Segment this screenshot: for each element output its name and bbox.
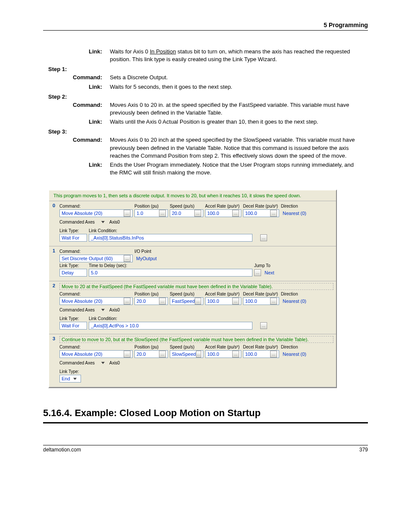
ellipsis-button[interactable]: … (159, 298, 166, 305)
column-header: Direction (281, 292, 311, 296)
jump-to-value[interactable]: Next (263, 269, 276, 277)
ellipsis-button[interactable]: … (159, 351, 166, 358)
desc-label: Link: (43, 83, 110, 91)
field-cell[interactable]: 20.0… (170, 209, 203, 217)
column-header: Link Condition: (89, 228, 218, 233)
column-header: Command: (59, 249, 133, 254)
ellipsis-button[interactable]: … (232, 210, 239, 217)
chevron-down-icon[interactable] (100, 219, 106, 225)
desc-row: Link:Waits until the Axis 0 Actual Posit… (43, 118, 368, 126)
column-header: I/O Point (134, 249, 177, 254)
column-header: Speed (pu/s) (170, 292, 203, 296)
field-cell[interactable]: Wait For (59, 234, 87, 242)
label-link: Link: (43, 48, 110, 63)
field-cell[interactable]: 100.0… (205, 209, 241, 217)
io-point-value[interactable]: MyOutput (134, 255, 159, 262)
chevron-down-icon[interactable] (100, 360, 106, 366)
field-value: 20.0 (137, 352, 146, 357)
desc-row: Command:Moves Axis 0 to 20 in. at the sp… (43, 101, 368, 117)
direction-value[interactable]: Nearest (0) (281, 209, 311, 217)
chevron-down-icon[interactable] (100, 307, 106, 313)
ellipsis-button[interactable]: … (232, 351, 239, 358)
ellipsis-button[interactable]: … (124, 255, 131, 262)
field-cell[interactable]: 100.0… (243, 297, 279, 305)
field-cell[interactable]: SlowSpeed… (170, 350, 203, 358)
chapter-header: 5 Programming (43, 22, 368, 31)
ellipsis-button[interactable]: … (196, 351, 201, 358)
field-cell[interactable]: 100.0… (243, 350, 279, 358)
field-cell[interactable]: 100.0… (243, 209, 279, 217)
ellipsis-button[interactable]: … (159, 210, 166, 217)
ellipsis-button[interactable]: … (194, 210, 201, 217)
step-number: 2 (49, 281, 59, 334)
field-value: 100.0 (207, 299, 219, 304)
field-value: 100.0 (245, 211, 257, 216)
column-header: Accel Rate (pu/s²) (205, 345, 241, 349)
field-value: Move Absolute (20) (62, 211, 103, 216)
ellipsis-button[interactable]: … (270, 298, 277, 305)
field-cell[interactable]: 5.0 (89, 269, 252, 277)
section-heading: 5.16.4. Example: Closed Loop Motion on S… (43, 408, 368, 419)
field-cell[interactable]: Move Absolute (20)… (59, 209, 133, 217)
desc-label: Command: (43, 136, 110, 160)
ellipsis-button[interactable]: … (124, 351, 131, 358)
field-value: 100.0 (207, 352, 219, 357)
footer-page: 379 (359, 447, 368, 453)
step-body: Command:Position (pu)Speed (pu/s)Accel R… (59, 201, 336, 246)
desc-label: Link: (43, 161, 110, 177)
field-cell[interactable]: 100.0… (205, 297, 241, 305)
field-cell[interactable]: Wait For (59, 322, 87, 330)
chevron-down-icon[interactable] (72, 376, 78, 382)
axis-name: Axis0 (109, 308, 120, 312)
step-title: Step 3: (48, 128, 368, 135)
column-header: Jump To (254, 263, 289, 268)
ellipsis-button[interactable]: … (124, 210, 131, 217)
column-header: Link Type: (59, 316, 87, 321)
step-body: Command:I/O PointSet Discrete Output (60… (59, 246, 336, 281)
field-value: 100.0 (245, 352, 257, 357)
commanded-axes-label: Commanded Axes (59, 361, 95, 365)
link-type-end[interactable]: End (59, 375, 81, 383)
column-header: Accel Rate (pu/s²) (205, 292, 241, 296)
ellipsis-button[interactable]: … (270, 210, 277, 217)
direction-value[interactable]: Nearest (0) (281, 350, 311, 358)
ellipsis-button[interactable]: … (124, 298, 131, 305)
column-header: Accel Rate (pu/s²) (205, 204, 241, 208)
step-block: 1Command:I/O PointSet Discrete Output (6… (49, 246, 336, 281)
step-body: Continue to move to 20, but at the SlowS… (59, 334, 336, 387)
column-header: Command: (59, 345, 133, 349)
field-cell[interactable]: Set Discrete Output (60)… (59, 255, 133, 262)
ellipsis-button[interactable]: … (232, 298, 239, 305)
ellipsis-button[interactable]: … (270, 351, 277, 358)
field-cell[interactable]: _Axis[0].StatusBits.InPos (89, 234, 252, 242)
commanded-axes-row: Commanded AxesAxis0 (59, 307, 333, 313)
field-cell[interactable]: 20.0… (134, 297, 168, 305)
section-rule (43, 422, 368, 423)
field-cell[interactable]: Move Absolute (20)… (59, 350, 133, 358)
step-number: 0 (49, 201, 59, 246)
column-header: Decel Rate (pu/s²) (243, 204, 279, 208)
column-header: Speed (pu/s) (170, 204, 203, 208)
column-header: Link Type: (59, 369, 87, 374)
field-cell[interactable]: 20.0… (134, 350, 168, 358)
ellipsis-button[interactable]: … (254, 269, 261, 276)
ellipsis-button[interactable]: … (260, 234, 267, 241)
field-cell[interactable]: FastSpeed… (170, 297, 203, 305)
ellipsis-button[interactable]: … (195, 298, 201, 305)
direction-value[interactable]: Nearest (0) (281, 297, 311, 305)
field-cell[interactable]: Delay (59, 269, 87, 277)
column-header: Decel Rate (pu/s²) (243, 345, 279, 349)
field-cell[interactable]: 1.0… (134, 209, 168, 217)
field-cell[interactable]: _Axis[0].ActPos > 10.0 (89, 322, 252, 330)
ellipsis-button[interactable]: … (260, 322, 267, 329)
field-cell[interactable]: 100.0… (205, 350, 241, 358)
desc-text: Waits until the Axis 0 Actual Position i… (110, 118, 368, 126)
step-block: 0Command:Position (pu)Speed (pu/s)Accel … (49, 201, 336, 246)
column-header: Position (pu) (134, 204, 168, 208)
field-value: 100.0 (245, 299, 257, 304)
desc-label: Command: (43, 74, 110, 81)
step-number: 3 (49, 334, 59, 387)
underline-text: In Position (150, 48, 176, 55)
field-cell[interactable]: Move Absolute (20)… (59, 297, 133, 305)
field-value: FastSpeed (172, 299, 195, 304)
